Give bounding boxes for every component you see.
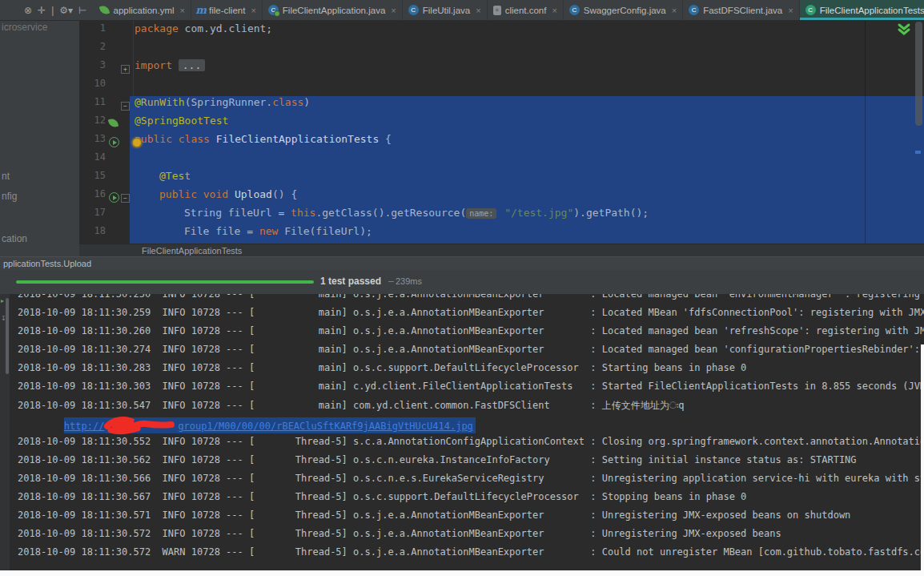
panel-scrollbar[interactable]: [6, 298, 9, 374]
log-text: 2018-10-09 18:11:30.283 INFO 10728 --- […: [18, 362, 746, 373]
editor-scrollbar[interactable]: [915, 22, 922, 126]
tab-label: application.yml: [113, 6, 174, 15]
console-log-line: 2018-10-09 18:11:30.562 INFO 10728 --- […: [10, 454, 924, 473]
project-item-fragment[interactable]: cation: [2, 233, 27, 244]
fold-marker-icon[interactable]: +: [121, 65, 130, 74]
code-line-10[interactable]: 10: [79, 78, 924, 96]
token: ): [303, 96, 310, 108]
code-line-16[interactable]: 16−public void Upload() {: [79, 188, 924, 207]
tab-application.yml[interactable]: application.yml×: [94, 0, 191, 20]
settings-gear-icon[interactable]: ⚙▾: [59, 6, 73, 15]
line-number: 10: [79, 78, 106, 89]
console-log-line: 2018-10-09 18:11:30.572 WARN 10728 --- […: [10, 546, 924, 565]
redaction-scribble-icon: [104, 417, 178, 433]
tab-close-icon[interactable]: ×: [788, 6, 793, 15]
code-line-11[interactable]: 11−@RunWith(SpringRunner.class): [79, 96, 924, 115]
code-text: @RunWith(SpringRunner.class): [135, 96, 310, 108]
tab-label: SwaggerConfig.java: [584, 6, 666, 15]
tab-FileUtil.java[interactable]: CFileUtil.java×: [403, 0, 488, 20]
project-item-fragment[interactable]: nt: [2, 171, 10, 182]
token: @SpringBootTest: [135, 115, 228, 127]
tab-close-icon[interactable]: ×: [251, 6, 255, 15]
log-text: 2018-10-09 18:11:30.259 INFO 10728 --- […: [18, 307, 924, 318]
jump-to-end-icon[interactable]: [897, 22, 911, 40]
project-item-fragment[interactable]: nfig: [2, 191, 17, 202]
run-config-header: pplicationTests.Upload: [0, 256, 924, 270]
project-panel: icroservicentnfigcation: [0, 20, 79, 256]
upload-url-link-path[interactable]: group1/M00/00/00/rBEACluSftKARf9jAABigVt…: [178, 421, 472, 432]
log-text: 2018-10-09 18:11:30.571 INFO 10728 --- […: [18, 510, 850, 521]
token: package: [135, 22, 179, 34]
line-number: 18: [79, 225, 106, 236]
test-duration: 239ms: [396, 276, 422, 286]
tab-label: FileClientApplication.java: [283, 6, 385, 15]
tab-FileClientApplication.java[interactable]: CFileClientApplication.java×: [263, 0, 403, 20]
maven-module-icon: m: [197, 5, 205, 15]
tab-SwaggerConfig.java[interactable]: CSwaggerConfig.java×: [564, 0, 683, 20]
console-log-line: 2018-10-09 18:11:30.260 INFO 10728 --- […: [10, 325, 924, 344]
token: @RunWith: [135, 96, 185, 108]
code-line-2[interactable]: 2: [79, 41, 924, 59]
code-line-12[interactable]: 12@SpringBootTest: [79, 115, 924, 133]
run-overlay-dot: [274, 10, 280, 17]
code-line-15[interactable]: 15@Test: [79, 170, 924, 188]
run-test-icon[interactable]: [109, 137, 119, 147]
line-number: 16: [79, 188, 106, 199]
tab-label: FileUtil.java: [423, 6, 470, 15]
layout-icon[interactable]: ⊢: [78, 6, 86, 15]
tab-close-icon[interactable]: ×: [180, 6, 185, 15]
upload-url-link[interactable]: http://: [64, 421, 105, 432]
tab-close-icon[interactable]: ×: [391, 6, 396, 15]
log-text: 2018-10-09 18:11:30.567 INFO 10728 --- […: [18, 491, 746, 502]
tab-close-icon[interactable]: ×: [672, 6, 677, 15]
log-text: 2018-10-09 18:11:30.303 INFO 10728 --- […: [18, 381, 924, 392]
line-number: 11: [79, 96, 106, 107]
test-status-text: 1 test passed: [320, 276, 381, 287]
tab-client.conf[interactable]: ≡client.conf×: [488, 0, 564, 20]
tab-FastDFSClient.java[interactable]: CFastDFSClient.java×: [683, 0, 800, 20]
code-line-3[interactable]: 3+import ...: [79, 59, 924, 78]
intention-bulb-icon[interactable]: [132, 138, 142, 147]
crosshair-icon[interactable]: ✛: [38, 6, 46, 15]
token: "/test.jpg": [504, 207, 573, 219]
console-log-line: 2018-10-09 18:11:30.571 INFO 10728 --- […: [10, 510, 924, 528]
run-test-icon[interactable]: [109, 192, 119, 203]
code-line-14[interactable]: 14: [79, 151, 924, 170]
code-line-18[interactable]: 18File file = new File(fileUrl);: [79, 225, 924, 244]
rerun-icon[interactable]: ▸: [1, 297, 4, 304]
log-text: 2018-10-09 18:11:30.566 INFO 10728 --- […: [18, 473, 924, 484]
token: {: [379, 133, 392, 145]
console-log-line: 2018-10-09 18:11:30.259 INFO 10728 --- […: [10, 307, 924, 325]
code-line-13[interactable]: 13public class FileClientApplicationTest…: [79, 133, 924, 151]
line-number: 2: [79, 41, 106, 52]
project-item-fragment[interactable]: icroservice: [2, 22, 47, 33]
tab-close-icon[interactable]: ×: [476, 6, 480, 15]
log-text: 2018-10-09 18:11:30.552 INFO 10728 --- […: [18, 436, 924, 447]
token: ...: [179, 59, 205, 71]
token: File(fileUrl);: [278, 225, 372, 237]
code-line-17[interactable]: 17String fileUrl = this.getClass().getRe…: [79, 207, 924, 225]
crop-edge-right: [921, 344, 924, 576]
console-log-line: 2018-10-09 18:11:30.566 INFO 10728 --- […: [10, 473, 924, 491]
run-config-label[interactable]: pplicationTests.Upload: [3, 259, 91, 268]
console-log-line: 2018-10-09 18:11:30.303 INFO 10728 --- […: [10, 381, 924, 399]
console-output[interactable]: 2018-10-09 18:11:30.250 INFO 10728 --- […: [10, 294, 924, 570]
code-text: public class FileClientApplicationTests …: [135, 133, 392, 145]
code-editor[interactable]: 1package com.yd.client;23+import ...1011…: [79, 20, 924, 244]
code-text: @Test: [159, 170, 191, 182]
breadcrumb-class[interactable]: FileClientApplicationTests: [142, 246, 242, 256]
fold-marker-icon[interactable]: −: [121, 102, 130, 111]
tab-FileClientApplicationTests.java[interactable]: CFileClientApplicationTests.java×: [800, 0, 924, 20]
line-number: 13: [79, 133, 106, 144]
tab-strip: application.yml×mfile-client×CFileClient…: [94, 0, 924, 20]
tab-file-client[interactable]: mfile-client×: [191, 0, 263, 20]
log-text: 2018-10-09 18:11:30.250 INFO 10728 --- […: [18, 294, 924, 300]
console-log-line: 2018-10-09 18:11:30.274 INFO 10728 --- […: [10, 344, 924, 362]
tab-close-icon[interactable]: ×: [552, 6, 556, 15]
java-class-icon: C: [408, 5, 419, 15]
line-number: 12: [79, 115, 106, 126]
code-line-1[interactable]: 1package com.yd.client;: [79, 22, 924, 41]
fold-marker-icon[interactable]: −: [121, 194, 130, 203]
token: Upload: [235, 188, 272, 200]
stop-circle-icon[interactable]: ⊗: [24, 6, 32, 15]
